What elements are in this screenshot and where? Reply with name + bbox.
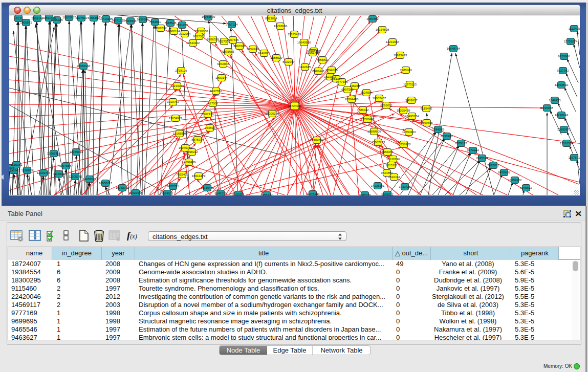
svg-text:15720407: 15720407 [361,118,375,121]
svg-text:9136281: 9136281 [137,18,149,21]
svg-text:16120746: 16120746 [386,158,400,161]
svg-text:7663811: 7663811 [149,20,162,24]
svg-text:5498222: 5498222 [186,150,198,154]
svg-text:10275134: 10275134 [306,192,320,195]
svg-text:8878334: 8878334 [191,138,204,141]
svg-text:19654923: 19654923 [402,130,416,134]
svg-text:2367608: 2367608 [233,45,246,48]
svg-text:753594: 753594 [205,126,215,129]
svg-text:9699695: 9699695 [421,121,433,124]
svg-text:8990448: 8990448 [312,70,324,73]
svg-text:1010753: 1010753 [167,100,179,103]
svg-text:16914479: 16914479 [192,174,206,178]
svg-text:16648784: 16648784 [447,47,461,50]
svg-text:20053346: 20053346 [77,64,91,68]
svg-text:8454749: 8454749 [247,48,259,51]
svg-text:9115460: 9115460 [421,107,433,110]
svg-text:1644095: 1644095 [432,128,444,131]
svg-text:10807487: 10807487 [373,97,386,100]
svg-text:11325419: 11325419 [288,33,301,36]
svg-text:8327552: 8327552 [210,90,222,93]
svg-text:12218906: 12218906 [274,25,288,28]
svg-text:9146821: 9146821 [258,52,270,55]
svg-text:9245612: 9245612 [520,186,532,189]
svg-text:16782759: 16782759 [116,186,129,189]
svg-text:8322037: 8322037 [282,60,295,63]
svg-text:12093832: 12093832 [555,83,569,86]
svg-text:9245012: 9245012 [214,192,227,195]
svg-text:19654923: 19654923 [169,117,183,120]
svg-text:7515526: 7515526 [124,19,137,23]
svg-text:7955812: 7955812 [316,58,329,61]
svg-text:7584067: 7584067 [381,150,394,154]
svg-text:1527602: 1527602 [75,16,88,19]
svg-text:18133: 18133 [14,17,23,20]
svg-text:1615112: 1615112 [386,164,398,167]
svg-text:3267130: 3267130 [202,113,214,116]
svg-text:3624554: 3624554 [360,91,373,94]
svg-text:15300275: 15300275 [266,112,279,115]
svg-text:3875685: 3875685 [222,50,234,53]
svg-text:13975887: 13975887 [59,164,73,167]
svg-text:19384554: 19384554 [310,139,324,142]
svg-text:1167531: 1167531 [569,156,581,159]
svg-text:1156829: 1156829 [21,169,34,172]
svg-text:2935114: 2935114 [476,157,489,160]
svg-text:10756928: 10756928 [397,143,411,146]
svg-text:1244415: 1244415 [549,99,561,102]
svg-text:15716485: 15716485 [201,186,214,189]
svg-text:17359934: 17359934 [70,150,83,154]
svg-text:9457791: 9457791 [167,185,179,188]
svg-text:9085776: 9085776 [359,193,371,195]
svg-text:8215958: 8215958 [541,106,553,110]
svg-text:17016504: 17016504 [560,142,574,145]
svg-text:9129966: 9129966 [558,55,570,58]
svg-text:9777169: 9777169 [336,80,348,83]
svg-text:15751074: 15751074 [564,40,578,43]
svg-text:1112405: 1112405 [569,27,580,30]
svg-text:2718126: 2718126 [175,69,187,72]
svg-text:7511355: 7511355 [177,24,189,27]
svg-text:14099489: 14099489 [182,161,196,164]
svg-text:19166827: 19166827 [173,132,187,135]
svg-text:12213967: 12213967 [386,40,400,43]
svg-text:18495784: 18495784 [405,115,419,118]
svg-text:20364436: 20364436 [345,98,359,101]
svg-text:7625402: 7625402 [176,173,188,176]
svg-text:12213369: 12213369 [170,84,184,87]
svg-text:9242848: 9242848 [217,62,229,65]
svg-text:2367546: 2367546 [227,38,239,41]
svg-text:2522114: 2522114 [388,176,401,179]
svg-text:10973493: 10973493 [394,54,407,57]
svg-text:16154808: 16154808 [376,28,389,31]
svg-text:7485063: 7485063 [400,69,412,72]
svg-text:8938923: 8938923 [441,135,453,138]
svg-text:1588520: 1588520 [270,56,282,59]
svg-text:9245012: 9245012 [381,193,394,195]
svg-text:1065326: 1065326 [51,18,63,21]
svg-text:8813014: 8813014 [265,17,277,20]
svg-text:10961758: 10961758 [306,51,320,54]
svg-text:16046786: 16046786 [179,146,192,149]
svg-text:9524851: 9524851 [381,171,393,174]
svg-text:746266: 746266 [350,84,360,87]
svg-text:6497568: 6497568 [341,88,354,91]
svg-text:2803144: 2803144 [215,76,228,79]
svg-text:14136141: 14136141 [371,184,385,187]
svg-text:9227342: 9227342 [557,69,569,72]
svg-text:1162615: 1162615 [299,65,312,69]
svg-text:1114519: 1114519 [53,172,65,176]
svg-text:6794028: 6794028 [325,69,338,72]
svg-text:8186328: 8186328 [207,38,219,41]
svg-text:3912954: 3912954 [179,32,191,35]
svg-text:16053809: 16053809 [202,15,215,18]
svg-text:53226058: 53226058 [194,30,208,33]
svg-text:10688609: 10688609 [367,130,381,133]
svg-text:16210643: 16210643 [555,114,569,117]
svg-text:17957224: 17957224 [83,178,97,181]
svg-text:16671355: 16671355 [112,19,125,22]
svg-text:2087682: 2087682 [366,17,379,20]
svg-text:7632621: 7632621 [487,164,499,167]
svg-text:12975115: 12975115 [403,83,417,86]
svg-text:7663822: 7663822 [155,27,167,30]
